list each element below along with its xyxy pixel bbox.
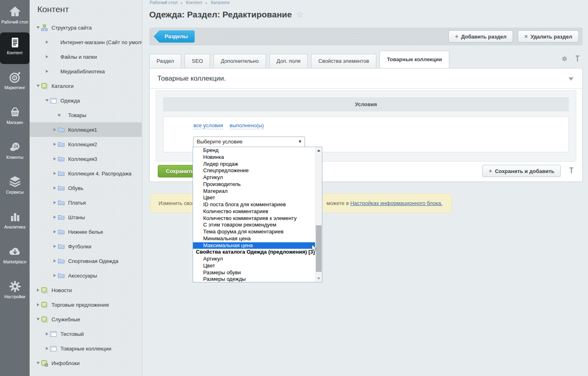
tree-item[interactable]: Структура сайта — [30, 20, 142, 35]
tree-item[interactable]: Платья — [30, 195, 142, 210]
tab-settings-gear-icon[interactable] — [561, 56, 568, 64]
tree-item[interactable]: Спортивная Одежда — [30, 254, 142, 268]
dropdown-option[interactable]: Артикул — [193, 174, 315, 181]
chevron-right-icon[interactable] — [44, 332, 50, 335]
tab-additional[interactable]: Дополнительно — [213, 54, 266, 68]
condition-select[interactable]: Выберите условие ▼ — [193, 137, 305, 147]
chevron-right-icon[interactable] — [44, 41, 50, 44]
dropdown-option[interactable]: ID поста блога для комментариев — [193, 201, 315, 208]
dropdown-option[interactable]: Тема форума для комментариев — [193, 229, 315, 235]
dropdown-option[interactable]: Новинка — [193, 154, 315, 161]
chevron-right-icon[interactable] — [44, 347, 50, 350]
dropdown-option[interactable]: Материал — [193, 188, 315, 195]
iconbar-item-settings[interactable]: Настройки — [0, 276, 30, 308]
tab-product-collections[interactable]: Товарные коллекции — [380, 51, 449, 68]
iconbar-item-marketing[interactable]: Маркетинг — [0, 67, 30, 99]
tree-item[interactable]: Футболки — [30, 239, 142, 254]
chevron-down-icon[interactable] — [35, 318, 41, 320]
chevron-down-icon[interactable] — [35, 362, 41, 364]
favorite-star-icon[interactable]: ☆ — [296, 10, 304, 19]
tree-item[interactable]: Одежда — [30, 93, 142, 108]
tab-section[interactable]: Раздел — [149, 54, 181, 68]
dropdown-option[interactable]: Минимальная цена — [193, 235, 315, 242]
tree-item[interactable]: Инфоблоки — [30, 356, 142, 370]
scroll-down-arrow-icon[interactable] — [315, 275, 322, 282]
tree-item[interactable]: Коллекция2 — [30, 137, 142, 152]
chevron-right-icon[interactable] — [52, 230, 58, 233]
iconbar-item-marketplace[interactable]: Marketplace — [0, 241, 30, 273]
chevron-right-icon[interactable] — [52, 274, 58, 277]
tree-item[interactable]: Товары — [30, 108, 142, 122]
chevron-right-icon[interactable] — [52, 259, 58, 263]
chevron-down-icon[interactable] — [35, 85, 41, 87]
tree-item[interactable]: Тестовый — [30, 327, 142, 341]
chevron-right-icon[interactable] — [44, 70, 50, 73]
chevron-right-icon[interactable] — [52, 201, 58, 204]
tree-item[interactable]: Аксессуары — [30, 268, 142, 283]
breadcrumb-item[interactable]: Каталоги — [211, 0, 230, 5]
dropdown-option[interactable]: Количество комментариев — [193, 208, 315, 215]
breadcrumb-item[interactable]: Рабочий стол — [150, 0, 178, 5]
iconbar-item-home[interactable]: Рабочий стол — [0, 2, 30, 33]
dropdown-option[interactable]: Размеры одежды — [193, 276, 315, 282]
scroll-up-arrow-icon[interactable] — [315, 147, 322, 154]
iconbar-item-services[interactable]: Сервисы — [0, 172, 30, 203]
dropdown-option[interactable]: Спецпредложение — [193, 167, 315, 174]
chevron-right-icon[interactable] — [44, 55, 50, 58]
tree-item[interactable]: Нижнее белье — [30, 224, 142, 239]
iconbar-item-store[interactable]: Магазин — [0, 102, 30, 134]
fulfilled-link[interactable]: выполнено(ы) — [230, 122, 264, 129]
collapse-chevron-icon[interactable] — [569, 77, 573, 81]
chevron-right-icon[interactable] — [52, 216, 58, 219]
all-conditions-link[interactable]: все условия — [193, 122, 223, 129]
chevron-right-icon[interactable] — [52, 186, 58, 190]
tree-item[interactable]: Коллекция1 — [30, 122, 142, 137]
tree-item[interactable]: Служебные — [30, 312, 142, 327]
delete-section-button[interactable]: ×Удалить раздел — [518, 30, 579, 43]
tab-seo[interactable]: SEO — [185, 54, 210, 68]
tree-item[interactable]: Коллекция3 — [30, 152, 142, 166]
tree-item[interactable]: Торговые предложения — [30, 297, 142, 312]
chevron-down-icon[interactable] — [44, 99, 50, 102]
chevron-right-icon[interactable] — [52, 143, 58, 146]
dropdown-option[interactable]: Бренд — [193, 147, 315, 154]
tab-extra-fields[interactable]: Доп. поля — [269, 54, 308, 68]
dropdown-option[interactable]: Лидер продаж — [193, 161, 315, 168]
dropdown-option[interactable]: Размеры обуви — [193, 269, 315, 276]
dropdown-option[interactable]: Цвет — [193, 263, 315, 269]
dropdown-option[interactable]: Цвет — [193, 194, 315, 201]
tab-element-properties[interactable]: Свойства элементов — [311, 54, 376, 68]
chevron-right-icon[interactable] — [52, 157, 58, 160]
tree-item[interactable]: Коллекция 4. Распродажа — [30, 166, 142, 181]
chevron-right-icon[interactable] — [35, 303, 41, 306]
chevron-down-icon[interactable] — [35, 26, 41, 29]
tree-item[interactable]: Экспорт — [30, 370, 142, 376]
chevron-right-icon[interactable] — [52, 245, 58, 248]
iconbar-item-content[interactable]: Контент — [0, 32, 30, 64]
chevron-right-icon[interactable] — [52, 172, 58, 175]
pin-icon[interactable] — [575, 55, 580, 64]
tree-item[interactable]: Файлы и папки — [30, 49, 142, 64]
iconbar-item-analytics[interactable]: Аналитика — [0, 207, 30, 238]
scrollbar-thumb[interactable] — [316, 225, 322, 272]
tree-item[interactable]: Новости — [30, 283, 142, 297]
dropdown-scrollbar[interactable] — [315, 147, 322, 282]
iconbar-item-clients[interactable]: 24Клиенты — [0, 137, 30, 169]
dropdown-group-header[interactable]: Свойства каталога Одежда (предложения) [… — [193, 249, 315, 256]
tree-item[interactable]: Интернет-магазин (Сайт по умолчан — [30, 35, 142, 49]
save-and-add-button[interactable]: +Сохранить и добавить — [482, 165, 561, 177]
dropdown-option[interactable]: Количество комментариев к элементу — [193, 215, 315, 222]
chevron-right-icon[interactable] — [52, 128, 58, 131]
add-section-button[interactable]: +Добавить раздел — [449, 30, 513, 43]
dropdown-option[interactable]: Артикул — [193, 256, 315, 263]
tree-item[interactable]: Товарные коллекции — [30, 341, 142, 356]
infoblock-settings-link[interactable]: Настройках информационного блока. — [350, 200, 442, 206]
breadcrumb-item[interactable]: Контент — [186, 0, 203, 5]
tree-item[interactable]: Медиабиблиотека — [30, 64, 142, 79]
sections-back-button[interactable]: Разделы — [154, 30, 195, 43]
pin-icon[interactable] — [569, 167, 574, 176]
tree-item[interactable]: Обувь — [30, 181, 142, 195]
tree-item[interactable]: Штаны — [30, 210, 142, 224]
tree-item[interactable]: Каталоги — [30, 79, 142, 93]
chevron-right-icon[interactable] — [35, 288, 41, 292]
